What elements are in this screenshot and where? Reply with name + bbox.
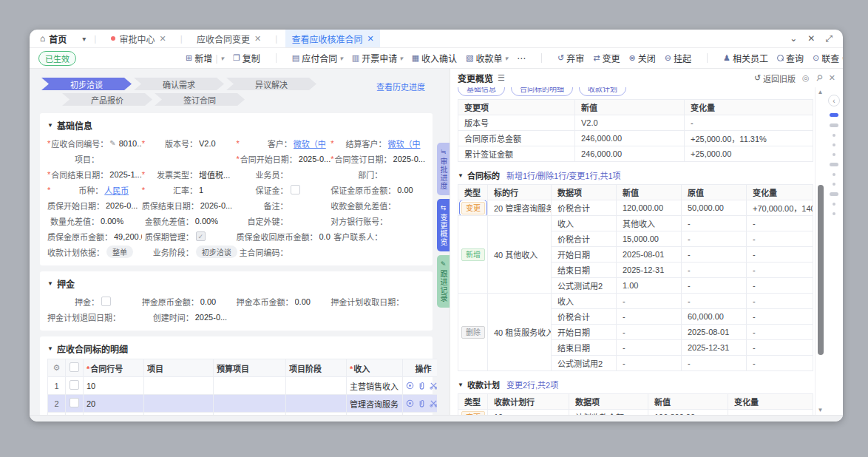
tab-approval-center[interactable]: 审批中心 ✕ xyxy=(105,30,172,47)
split-icon[interactable] xyxy=(430,399,437,407)
collapse-triangle-icon[interactable]: ▼ xyxy=(458,172,464,179)
suspend-button[interactable]: ⊖挂起 xyxy=(665,52,691,64)
guarantee-checkbox[interactable] xyxy=(291,185,300,194)
nav-dash-active[interactable] xyxy=(830,113,838,117)
row-checkbox[interactable] xyxy=(69,380,79,390)
split-icon[interactable] xyxy=(430,382,437,390)
select-all-checkbox[interactable] xyxy=(69,362,79,372)
gear-icon[interactable]: ⚙ xyxy=(48,359,66,377)
settle-customer-link[interactable]: 微软（中 xyxy=(388,138,421,149)
collapse-navigator-icon[interactable]: ‹ xyxy=(828,95,840,106)
close-window-icon[interactable]: ✕ xyxy=(807,33,815,44)
edit-icon[interactable]: ✎ xyxy=(109,139,115,147)
tab-receivable-contract-change[interactable]: 应收合同变更 ✕ xyxy=(191,30,267,47)
nav-dash[interactable] xyxy=(830,163,838,166)
nav-dot[interactable] xyxy=(833,183,835,186)
scroll-up-icon[interactable]: ▲ xyxy=(816,89,825,95)
nav-dot[interactable] xyxy=(833,134,835,137)
currency-link[interactable]: 人民币 xyxy=(104,184,129,196)
hamburger-icon[interactable]: ☰ xyxy=(498,73,505,83)
collapse-triangle-icon[interactable]: ▼ xyxy=(47,345,53,352)
field-contract-start-date: *合同开始日期2025-0... xyxy=(237,151,331,166)
chip-receipt-plan[interactable]: 收款计划 xyxy=(579,87,626,96)
collapse-triangle-icon[interactable]: ▼ xyxy=(47,280,53,287)
nav-dot[interactable] xyxy=(833,143,835,146)
view-history-link[interactable]: 查看历史进度 xyxy=(376,81,425,92)
field-customer-contact: 客户联系人 xyxy=(330,228,425,244)
field-deposit: 押金 xyxy=(47,294,142,309)
warranty-mgmt-checkbox[interactable]: ✓ xyxy=(196,231,206,241)
table-row[interactable]: 3 30 咨询服务收入 xyxy=(48,413,438,416)
field-empty xyxy=(142,151,237,166)
close-tab-icon[interactable]: ✕ xyxy=(367,34,373,44)
side-tab-change-overview[interactable]: ⇆变更概览 xyxy=(437,199,450,251)
chip-basic-info[interactable]: 基础信息 xyxy=(458,87,505,96)
delete-type-tag[interactable]: 删除 xyxy=(461,326,485,339)
collapse-icon[interactable]: ⌄ xyxy=(790,33,797,44)
subject-change-stat-link[interactable]: 新增1行/删除1行/变更1行,共1项 xyxy=(506,169,621,181)
scrollbar-thumb[interactable] xyxy=(818,185,824,355)
nav-dash[interactable] xyxy=(830,192,838,196)
step-initial-negotiation[interactable]: 初步洽谈 xyxy=(41,78,132,90)
view-detail-icon[interactable] xyxy=(406,382,414,390)
plan-change-stat-link[interactable]: 变更2行,共2项 xyxy=(506,379,558,390)
nav-dot[interactable] xyxy=(833,212,835,215)
invoice-request-button[interactable]: ▥开票申请▾ xyxy=(352,52,403,64)
change-type-tag[interactable]: 变更 xyxy=(461,202,485,214)
change-button[interactable]: ⇄变更 xyxy=(593,52,620,64)
copy-button[interactable]: ❐复制 xyxy=(233,52,260,64)
related-staff-button[interactable]: ♟相关员工 xyxy=(723,52,768,64)
step-confirm-requirements[interactable]: 确认需求 xyxy=(134,78,224,90)
query-button[interactable]: 查询 xyxy=(777,52,804,64)
nav-dash[interactable] xyxy=(830,123,838,127)
subject-section-header: ▼ 合同标的 新增1行/删除1行/变更1行,共1项 xyxy=(458,169,813,181)
section-dot-navigator: ‹ xyxy=(825,87,843,415)
new-button[interactable]: ⊞新增|▾ xyxy=(186,52,224,64)
chevron-down-icon[interactable]: ▾ xyxy=(220,55,224,62)
biz-stage-tag: 初步洽谈 xyxy=(196,246,237,258)
side-tab-follow-up[interactable]: ✎跟进记录 xyxy=(437,255,450,308)
step-sign-contract[interactable]: 签订合同 xyxy=(155,93,245,106)
field-contract-no: *应收合同编号✎8010... xyxy=(47,135,142,151)
nav-dot[interactable] xyxy=(833,173,835,176)
step-dispute-resolution[interactable]: 异议解决 xyxy=(226,78,316,90)
income-confirm-button[interactable]: ▦收入确认 xyxy=(412,52,457,64)
section-title: 押金 xyxy=(57,277,75,290)
side-tab-approval-progress[interactable]: ≒审批进度 xyxy=(437,143,450,195)
chevron-down-icon[interactable]: ▾ xyxy=(82,35,86,43)
tab-view-approved-contract[interactable]: 查看应收核准合同 ✕ xyxy=(285,30,379,47)
more-actions-button[interactable]: ⋯ xyxy=(517,53,526,64)
close-doc-button[interactable]: ⊗关闭 xyxy=(629,52,656,64)
link-query-button[interactable]: ⊙联查▾ xyxy=(813,52,843,64)
fullscreen-icon[interactable]: ⤢ xyxy=(825,33,833,44)
close-tab-icon[interactable]: ✕ xyxy=(254,34,261,44)
attachment-icon[interactable] xyxy=(418,382,426,390)
home-tab[interactable]: ⌂ 首页 ▾ xyxy=(40,33,86,45)
subject-detail-table: ⚙ *合同行号 项目 预算项目 项目阶段 *收入 操作 1 xyxy=(47,359,437,415)
collapse-triangle-icon[interactable]: ▼ xyxy=(47,122,53,129)
field-contract-end-date: *合同结束日期2025-1... xyxy=(47,166,142,182)
row-checkbox[interactable] xyxy=(69,398,79,407)
table-row-selected[interactable]: 2 20 管理咨询服务 xyxy=(48,395,438,413)
close-panel-icon[interactable]: ✕ xyxy=(829,73,835,83)
customer-link[interactable]: 微软（中 xyxy=(294,138,326,149)
close-tab-icon[interactable]: ✕ xyxy=(160,34,166,44)
deposit-checkbox[interactable] xyxy=(101,297,111,306)
receipt-button[interactable]: ▧收款单▾ xyxy=(466,52,508,64)
step-product-quotation[interactable]: 产品报价 xyxy=(62,93,152,106)
attachment-icon[interactable] xyxy=(418,399,426,407)
add-type-tag[interactable]: 新增 xyxy=(461,248,485,261)
pin-icon[interactable]: ⚲ xyxy=(813,72,824,84)
payable-contract-button[interactable]: ▤应付合同▾ xyxy=(292,52,343,64)
field-guarantee: 保证金 xyxy=(237,182,331,197)
view-detail-icon[interactable] xyxy=(406,399,414,407)
chip-subject-detail[interactable]: 合同标的明细 xyxy=(511,87,573,96)
scroll-down-icon[interactable]: ▼ xyxy=(816,407,825,413)
abandon-approve-button[interactable]: ↺弃审 xyxy=(557,52,584,64)
back-to-old-version-link[interactable]: ↺返回旧版 xyxy=(754,72,796,84)
settings-icon[interactable]: ◎ xyxy=(802,73,810,83)
nav-dot[interactable] xyxy=(833,203,835,206)
collapse-triangle-icon[interactable]: ▼ xyxy=(458,382,464,388)
table-row[interactable]: 1 10 主营销售收入 xyxy=(48,377,438,395)
nav-dot[interactable] xyxy=(833,153,835,156)
